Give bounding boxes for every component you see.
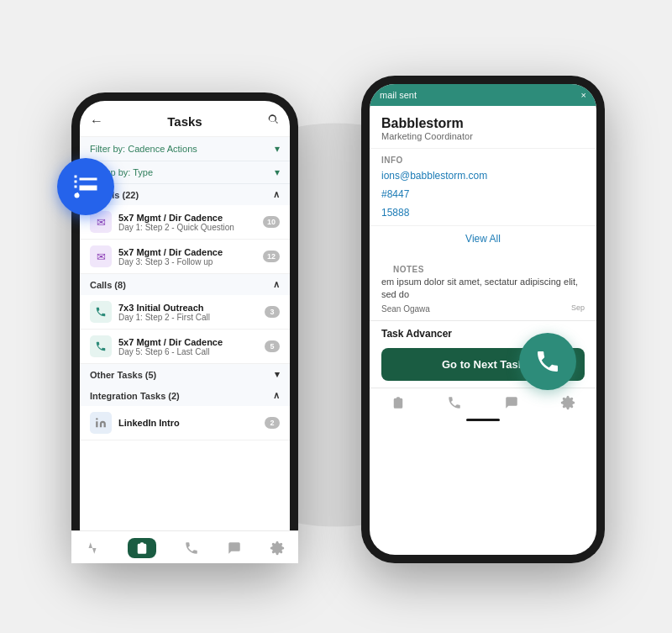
settings-nav-item[interactable] — [270, 541, 285, 555]
calls-section-title: Calls (8) — [90, 280, 126, 290]
contact-header: Babblestorm Marketing Coordinator — [370, 106, 596, 149]
task-text: 5x7 Mgmt / Dir Cadence Day 5: Step 6 - L… — [118, 337, 258, 356]
task-sub: Day 1: Step 2 - Quick Question — [118, 223, 256, 232]
right-settings-nav-item[interactable] — [560, 395, 575, 410]
task-sub: Day 1: Step 2 - First Call — [118, 313, 258, 322]
search-button[interactable] — [266, 113, 280, 129]
integration-tasks-chevron-icon: ∧ — [273, 390, 280, 401]
mail-sent-close-icon[interactable]: × — [581, 90, 586, 100]
back-button[interactable]: ← — [90, 113, 103, 129]
notes-text: em ipsum dolor sit amet, sectatur adipis… — [381, 276, 585, 302]
other-tasks-section-header[interactable]: Other Tasks (5) ▾ — [80, 364, 290, 385]
contact-role: Marketing Coordinator — [381, 131, 585, 141]
phone1-link[interactable]: #8447 — [381, 188, 409, 200]
tasks-content: Emails (22) ∧ ✉ 5x7 Mgmt / Dir Cadence D… — [80, 184, 290, 555]
task-badge: 12 — [263, 251, 280, 262]
contact-screen: mail sent × Babblestorm Marketing Coordi… — [370, 84, 596, 555]
email-icon: ✉ — [90, 245, 112, 267]
task-text: 7x3 Initial Outreach Day 1: Step 2 - Fir… — [118, 303, 258, 322]
tasks-screen: ← Tasks Filter by: Cadence Actions ▾ Gro… — [80, 101, 290, 555]
task-badge: 2 — [265, 417, 280, 429]
mail-sent-bar: mail sent × — [370, 84, 596, 106]
task-item[interactable]: ✉ 5x7 Mgmt / Dir Cadence Day 3: Step 3 -… — [80, 240, 290, 274]
call-icon — [90, 301, 112, 323]
tasks-header: ← Tasks — [80, 101, 290, 137]
activity-nav-item[interactable] — [85, 541, 100, 555]
tasks-phone: ← Tasks Filter by: Cadence Actions ▾ Gro… — [71, 92, 298, 563]
view-all-button[interactable]: View All — [370, 225, 596, 251]
tasks-fab-icon — [71, 171, 101, 202]
other-tasks-section-title: Other Tasks (5) — [90, 370, 156, 380]
calls-section-header[interactable]: Calls (8) ∧ — [80, 274, 290, 295]
notes-section: Notes em ipsum dolor sit amet, sectatur … — [370, 255, 596, 317]
calls-chevron-icon: ∧ — [273, 279, 280, 290]
task-name: LinkedIn Intro — [118, 418, 258, 428]
filter-chevron-icon: ▾ — [275, 143, 280, 155]
notes-date: Sep — [571, 303, 585, 312]
bottom-nav — [80, 530, 290, 555]
tasks-title: Tasks — [167, 114, 202, 129]
email-icon: ✉ — [90, 211, 112, 233]
email-link[interactable]: ions@babblestorm.com — [381, 170, 487, 182]
info-section-label: Info — [370, 149, 596, 166]
task-name: 5x7 Mgmt / Dir Cadence — [118, 337, 258, 347]
other-tasks-chevron-icon: ▾ — [275, 369, 280, 380]
phone2-link[interactable]: 15888 — [381, 207, 409, 219]
task-item[interactable]: ✉ 5x7 Mgmt / Dir Cadence Day 1: Step 2 -… — [80, 205, 290, 240]
notes-section-label: Notes — [381, 258, 585, 276]
right-tasks-nav-item[interactable] — [391, 395, 406, 410]
phone-fab[interactable] — [519, 333, 576, 390]
task-item[interactable]: 5x7 Mgmt / Dir Cadence Day 5: Step 6 - L… — [80, 330, 290, 364]
mail-sent-text: mail sent — [380, 90, 417, 100]
task-name: 5x7 Mgmt / Dir Cadence — [118, 213, 256, 223]
group-chevron-icon: ▾ — [275, 166, 280, 178]
task-sub: Day 5: Step 6 - Last Call — [118, 347, 258, 356]
right-home-indicator — [466, 419, 500, 421]
call-icon — [90, 335, 112, 357]
task-text: LinkedIn Intro — [118, 418, 258, 428]
task-name: 5x7 Mgmt / Dir Cadence — [118, 247, 256, 257]
right-bottom-nav — [370, 388, 596, 415]
task-name: 7x3 Initial Outreach — [118, 303, 258, 313]
info-section: Info ions@babblestorm.com #8447 15888 Vi… — [370, 149, 596, 251]
emails-chevron-icon: ∧ — [273, 189, 280, 200]
right-phone-nav-item[interactable] — [447, 395, 462, 410]
message-nav-item[interactable] — [227, 541, 242, 555]
task-text: 5x7 Mgmt / Dir Cadence Day 1: Step 2 - Q… — [118, 213, 256, 232]
contact-phone2[interactable]: 15888 — [370, 203, 596, 222]
task-text: 5x7 Mgmt / Dir Cadence Day 3: Step 3 - F… — [118, 247, 256, 266]
tasks-fab[interactable] — [57, 158, 114, 215]
task-badge: 10 — [263, 216, 280, 228]
tasks-nav-item[interactable] — [128, 538, 156, 555]
contact-name: Babblestorm — [381, 116, 585, 131]
contact-email[interactable]: ions@babblestorm.com — [370, 166, 596, 185]
contact-phone1[interactable]: #8447 — [370, 185, 596, 203]
task-badge: 3 — [265, 306, 280, 318]
task-item[interactable]: 7x3 Initial Outreach Day 1: Step 2 - Fir… — [80, 295, 290, 330]
phone-nav-item[interactable] — [184, 541, 199, 555]
integration-tasks-section-header[interactable]: Integration Tasks (2) ∧ — [80, 385, 290, 406]
linkedin-icon — [90, 412, 112, 434]
task-badge: 5 — [265, 340, 280, 352]
svg-point-1 — [96, 418, 97, 419]
integration-tasks-section-title: Integration Tasks (2) — [90, 391, 180, 401]
filter-bar[interactable]: Filter by: Cadence Actions ▾ — [80, 137, 290, 161]
phone-fab-icon — [534, 348, 561, 375]
contact-phone: mail sent × Babblestorm Marketing Coordi… — [361, 76, 605, 563]
right-message-nav-item[interactable] — [504, 395, 519, 410]
notes-author: Sean Ogawa — [381, 304, 430, 314]
task-sub: Day 3: Step 3 - Follow up — [118, 257, 256, 266]
filter-label: Filter by: Cadence Actions — [90, 144, 197, 154]
task-item[interactable]: LinkedIn Intro 2 — [80, 406, 290, 440]
